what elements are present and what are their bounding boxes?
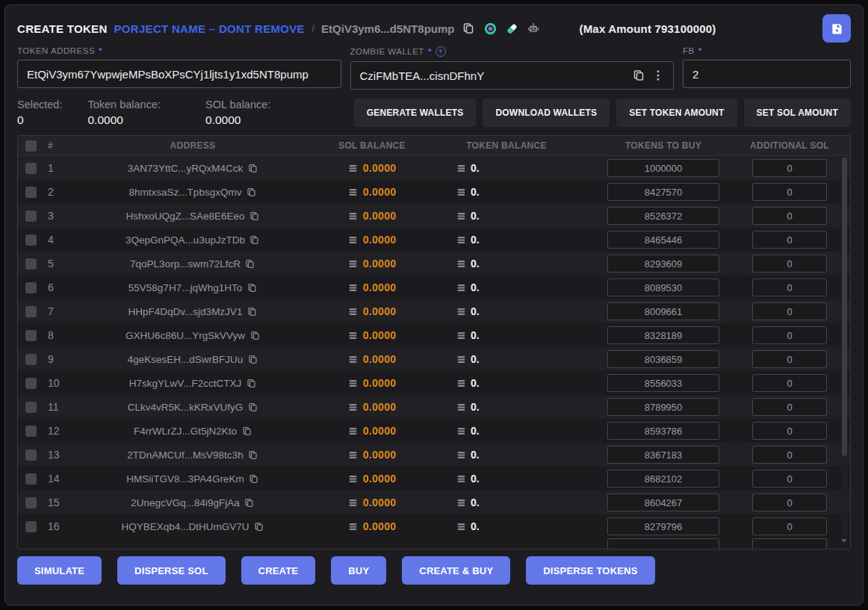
additional-sol-input[interactable] xyxy=(752,326,827,344)
project-name-link[interactable]: PORJECT NAME – DONT REMOVE xyxy=(114,22,305,35)
additional-sol-input[interactable] xyxy=(752,231,827,249)
fb-input[interactable] xyxy=(692,68,841,81)
additional-sol-input[interactable] xyxy=(752,350,827,368)
zombie-wallet-input[interactable] xyxy=(360,69,626,82)
copy-icon[interactable] xyxy=(249,330,260,340)
row-checkbox[interactable] xyxy=(25,473,37,485)
token-balance-value: 0. xyxy=(471,210,480,222)
row-checkbox[interactable] xyxy=(25,378,37,389)
copy-icon[interactable] xyxy=(246,378,256,388)
copy-icon[interactable] xyxy=(254,521,264,532)
additional-sol-input[interactable] xyxy=(752,374,827,392)
additional-sol-input[interactable] xyxy=(752,302,827,320)
tokens-to-buy-input[interactable] xyxy=(607,255,719,273)
save-button[interactable] xyxy=(822,14,851,43)
download-wallets-button[interactable]: DOWNLOAD WALLETS xyxy=(483,99,610,127)
copy-icon[interactable] xyxy=(246,187,256,197)
tokens-to-buy-input[interactable] xyxy=(607,517,719,535)
row-checkbox[interactable] xyxy=(25,187,37,198)
question-icon[interactable]: ? xyxy=(435,46,446,57)
copy-icon[interactable] xyxy=(247,282,257,293)
table-scrollbar[interactable] xyxy=(841,158,848,537)
sol-balance-value: 0.0000 xyxy=(363,473,397,485)
coins-icon xyxy=(456,306,466,317)
bot-icon[interactable] xyxy=(526,21,541,36)
row-checkbox[interactable] xyxy=(25,258,37,270)
additional-sol-input[interactable] xyxy=(752,494,827,511)
copy-icon[interactable] xyxy=(461,21,476,36)
copy-icon[interactable] xyxy=(249,473,259,484)
copy-icon[interactable] xyxy=(247,402,258,412)
create-and-buy-button[interactable]: CREATE & BUY xyxy=(402,556,510,585)
tokens-to-buy-input[interactable] xyxy=(607,302,719,320)
row-checkbox[interactable] xyxy=(25,306,37,317)
row-checkbox[interactable] xyxy=(25,497,37,508)
row-checkbox[interactable] xyxy=(25,163,37,174)
bullseye-icon[interactable] xyxy=(483,21,497,36)
tokens-to-buy-input[interactable] xyxy=(607,446,719,464)
disperse-tokens-button[interactable]: DISPERSE TOKENS xyxy=(526,556,654,585)
disperse-sol-button[interactable]: DISPERSE SOL xyxy=(117,556,225,585)
additional-sol-input[interactable] xyxy=(752,470,827,488)
copy-icon[interactable] xyxy=(247,163,258,173)
row-checkbox[interactable] xyxy=(25,234,37,246)
copy-icon[interactable] xyxy=(249,234,260,245)
copy-icon[interactable] xyxy=(631,68,646,83)
scrollbar-thumb[interactable] xyxy=(842,158,847,456)
tokens-to-buy-input[interactable] xyxy=(607,207,719,225)
row-checkbox[interactable] xyxy=(25,282,37,293)
tokens-to-buy-input[interactable] xyxy=(607,494,719,511)
tokens-to-buy-input[interactable] xyxy=(607,159,719,177)
tokens-to-buy-input[interactable] xyxy=(607,422,719,440)
copy-icon[interactable] xyxy=(249,211,260,221)
table-body: 1 3AN73YttC...yRQxM4Cck 0.0000 0. xyxy=(18,156,850,538)
buy-button[interactable]: BUY xyxy=(331,556,386,585)
row-checkbox[interactable] xyxy=(25,521,37,532)
tokens-to-buy-input[interactable] xyxy=(607,278,719,296)
generate-wallets-button[interactable]: GENERATE WALLETS xyxy=(354,99,477,127)
copy-icon[interactable] xyxy=(247,306,257,317)
copy-icon[interactable] xyxy=(247,354,258,364)
additional-sol-input[interactable] xyxy=(752,159,827,177)
kebab-menu-icon[interactable]: ⋮ xyxy=(652,69,664,81)
row-checkbox[interactable] xyxy=(25,449,37,461)
additional-sol-input[interactable] xyxy=(752,255,827,273)
copy-icon[interactable] xyxy=(248,449,258,460)
tokens-to-buy-input[interactable] xyxy=(607,374,719,392)
tokens-to-buy-input[interactable] xyxy=(607,326,719,344)
simulate-button[interactable]: SIMULATE xyxy=(17,556,102,585)
tokens-to-buy-input[interactable] xyxy=(607,398,719,416)
additional-sol-input[interactable] xyxy=(752,398,827,416)
tokens-to-buy-input[interactable] xyxy=(607,350,719,368)
create-button[interactable]: CREATE xyxy=(241,556,316,585)
additional-sol-input[interactable] xyxy=(752,207,827,225)
wallet-address: 3AN73YttC...yRQxM4Cck xyxy=(128,163,244,174)
row-checkbox[interactable] xyxy=(25,211,37,222)
scrollbar-down-arrow[interactable] xyxy=(841,539,847,543)
additional-sol-input[interactable] xyxy=(752,422,827,440)
tokens-to-buy-input[interactable] xyxy=(607,183,719,201)
token-address-input[interactable] xyxy=(27,68,332,81)
tokens-to-buy-input[interactable] xyxy=(607,231,719,249)
additional-sol-input[interactable] xyxy=(752,278,827,296)
tokens-to-buy-input[interactable] xyxy=(607,538,719,549)
additional-sol-input[interactable] xyxy=(752,517,827,535)
additional-sol-input[interactable] xyxy=(752,446,827,464)
coins-icon xyxy=(456,378,466,388)
additional-sol-input[interactable] xyxy=(752,538,827,549)
set-sol-amount-button[interactable]: SET SOL AMOUNT xyxy=(744,99,851,127)
row-checkbox[interactable] xyxy=(25,330,37,341)
pill-icon[interactable] xyxy=(504,21,519,36)
table-header: # ADDRESS SOL BALANCE TOKEN BALANCE TOKE… xyxy=(18,136,850,156)
copy-icon[interactable] xyxy=(245,258,255,269)
row-checkbox[interactable] xyxy=(25,354,37,365)
selected-value: 0 xyxy=(17,113,62,127)
tokens-to-buy-input[interactable] xyxy=(607,470,719,488)
copy-icon[interactable] xyxy=(244,497,255,508)
additional-sol-input[interactable] xyxy=(752,183,827,201)
select-all-checkbox[interactable] xyxy=(25,140,37,152)
set-token-amount-button[interactable]: SET TOKEN AMOUNT xyxy=(616,99,737,127)
row-checkbox[interactable] xyxy=(25,402,37,413)
row-checkbox[interactable] xyxy=(25,426,37,437)
copy-icon[interactable] xyxy=(241,426,252,436)
